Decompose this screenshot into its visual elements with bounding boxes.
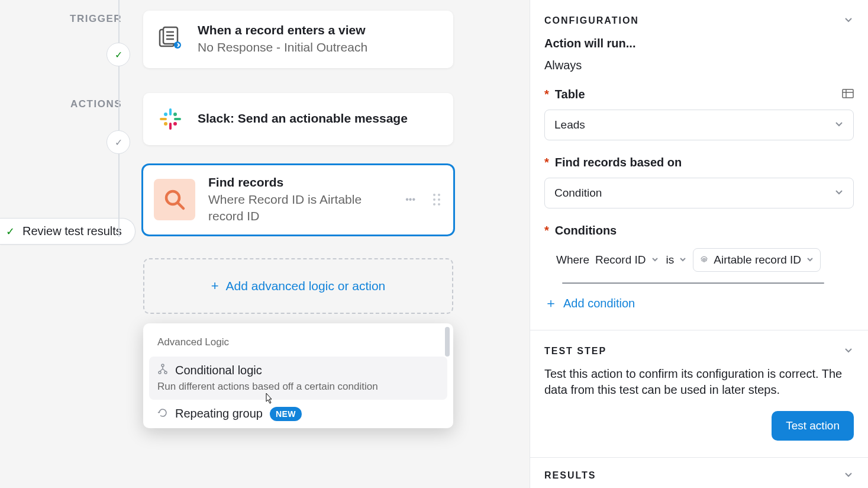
test-step-section-toggle[interactable]: TEST STEP <box>544 345 854 358</box>
dropdown-section-header: Advanced Logic <box>149 333 447 357</box>
repeat-icon <box>157 407 168 420</box>
trigger-section-label: TRIGGER <box>0 13 122 25</box>
branch-icon <box>157 364 168 377</box>
condition-operator-value: is <box>666 253 675 267</box>
automation-canvas: TRIGGER ACTIONS ✓ Review test results ✓ … <box>0 0 530 488</box>
find-based-on-select[interactable]: Condition <box>544 178 854 208</box>
svg-rect-19 <box>843 89 853 98</box>
scrollbar-thumb[interactable] <box>445 327 450 357</box>
results-header: RESULTS <box>544 470 596 481</box>
dropdown-item-conditional-logic[interactable]: Conditional logic Run different actions … <box>149 357 447 400</box>
plus-icon: ＋ <box>544 294 557 312</box>
find-records-icon <box>154 179 195 220</box>
review-test-results-label: Review test results <box>22 224 122 238</box>
required-indicator: * <box>544 156 549 169</box>
chevron-down-icon <box>843 345 854 358</box>
find-based-on-label: * Find records based on <box>544 156 854 169</box>
table-icon <box>842 88 854 101</box>
check-icon: ✓ <box>6 225 17 238</box>
condition-field-value: Record ID <box>595 253 646 267</box>
action-status-indicator: ✓ <box>107 130 130 154</box>
fingerprint-icon <box>699 253 709 267</box>
add-advanced-logic-button[interactable]: Add advanced logic or action <box>143 258 453 314</box>
connector-line <box>118 154 120 237</box>
condition-field-select[interactable]: Record ID <box>594 251 660 269</box>
action-runs-value: Always <box>544 59 854 72</box>
dropdown-item-title: Conditional logic <box>175 364 262 377</box>
action-runs-label: Action will run... <box>544 37 854 50</box>
slack-action-title: Slack: Send an actionable message <box>198 111 440 126</box>
condition-row: Where Record ID is Airtable record ID <box>556 248 854 272</box>
chevron-down-icon <box>806 253 814 267</box>
svg-rect-9 <box>174 118 181 120</box>
find-records-step-card[interactable]: Find records Where Record ID is Airtable… <box>143 165 453 235</box>
table-field-label: * Table <box>544 88 854 101</box>
dropdown-item-title: Repeating group <box>175 407 263 420</box>
chevron-down-icon <box>834 118 844 131</box>
required-indicator: * <box>544 88 549 101</box>
plus-icon <box>211 278 219 294</box>
find-records-title: Find records <box>208 175 390 190</box>
connector-line <box>118 66 120 130</box>
svg-rect-7 <box>160 118 167 120</box>
add-condition-button[interactable]: ＋ Add condition <box>544 294 854 312</box>
conditions-scrollbar[interactable] <box>562 282 824 284</box>
configuration-header: CONFIGURATION <box>544 15 639 26</box>
new-badge: NEW <box>270 407 302 421</box>
svg-line-15 <box>178 203 183 208</box>
svg-point-11 <box>164 122 167 126</box>
table-select-value: Leads <box>554 118 585 131</box>
dropdown-item-repeating-group[interactable]: Repeating group NEW <box>149 400 447 428</box>
dropdown-item-desc: Run different actions based off a certai… <box>157 381 439 393</box>
svg-point-13 <box>173 113 177 116</box>
condition-where: Where <box>556 253 589 267</box>
chevron-down-icon <box>843 14 854 27</box>
record-enters-view-icon <box>156 25 185 53</box>
check-icon: ✓ <box>115 137 122 148</box>
slack-action-step-card[interactable]: Slack: Send an actionable message <box>143 93 453 145</box>
condition-value-text: Airtable record ID <box>714 253 801 267</box>
step-drag-handle[interactable] <box>431 194 443 206</box>
review-test-results-button[interactable]: ✓ Review test results <box>0 218 135 245</box>
configuration-section-toggle[interactable]: CONFIGURATION <box>544 14 854 27</box>
test-step-header: TEST STEP <box>544 346 606 357</box>
step-more-menu-button[interactable]: ••• <box>403 194 418 205</box>
conditions-label: * Conditions <box>544 224 854 237</box>
add-advanced-logic-label: Add advanced logic or action <box>226 279 386 293</box>
trigger-step-card[interactable]: When a record enters a view No Response … <box>143 11 453 68</box>
add-condition-label: Add condition <box>563 297 635 310</box>
chevron-down-icon <box>834 187 844 200</box>
check-icon: ✓ <box>115 49 122 60</box>
svg-point-10 <box>164 113 167 116</box>
slack-icon <box>156 105 185 133</box>
chevron-down-icon <box>651 253 659 267</box>
svg-point-12 <box>173 122 177 126</box>
trigger-subtitle: No Response - Initial Outreach <box>198 39 440 56</box>
svg-rect-6 <box>169 108 172 115</box>
advanced-logic-dropdown: Advanced Logic Conditional logic Run dif… <box>143 323 453 428</box>
chevron-down-icon <box>843 469 854 482</box>
test-step-description: Test this action to confirm its configur… <box>544 366 854 398</box>
results-section-toggle[interactable]: RESULTS <box>544 469 854 482</box>
svg-point-17 <box>159 371 161 374</box>
condition-value-select[interactable]: Airtable record ID <box>693 248 821 272</box>
trigger-status-indicator: ✓ <box>107 43 130 66</box>
find-based-on-value: Condition <box>554 187 602 200</box>
connector-line <box>118 0 120 43</box>
svg-rect-8 <box>169 123 172 130</box>
test-action-button[interactable]: Test action <box>772 411 854 441</box>
find-records-subtitle: Where Record ID is Airtable record ID <box>208 191 390 225</box>
svg-point-18 <box>164 371 167 374</box>
chevron-down-icon <box>679 253 687 267</box>
config-panel: CONFIGURATION Action will run... Always … <box>530 0 868 488</box>
required-indicator: * <box>544 224 549 237</box>
table-select[interactable]: Leads <box>544 110 854 140</box>
test-action-label: Test action <box>786 419 840 432</box>
svg-point-16 <box>162 364 164 367</box>
actions-section-label: ACTIONS <box>0 98 122 110</box>
condition-operator-select[interactable]: is <box>665 251 689 269</box>
trigger-title: When a record enters a view <box>198 23 440 38</box>
